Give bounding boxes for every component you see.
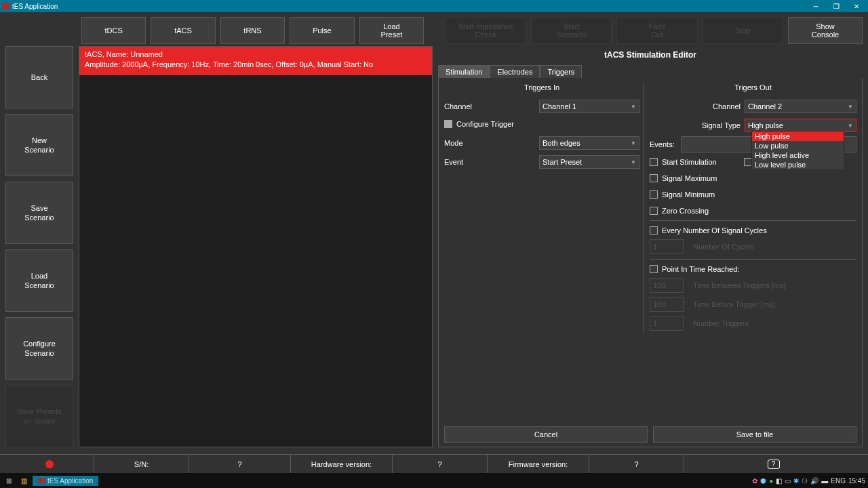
bluetooth-icon[interactable]: ✱ — [793, 477, 799, 485]
signal-type-select[interactable]: High pulse▼ — [745, 119, 856, 132]
back-button[interactable]: Back — [5, 46, 73, 108]
preset-line2: Amplitude: 2000µA, Frequency: 10Hz, Time… — [85, 60, 427, 70]
lang-indicator[interactable]: ENG — [831, 477, 846, 485]
start-menu-icon[interactable]: ⊞ — [3, 475, 15, 486]
help-icon[interactable]: ? — [768, 460, 780, 469]
triggers-in-column: Triggers In Channel Channel 1▼ Configure… — [444, 83, 644, 333]
tray-icon[interactable]: ⬢ — [760, 477, 766, 485]
time-between-label: Time Between Triggers [ms] — [693, 281, 786, 289]
signal-max-label: Signal Maximum — [662, 174, 717, 182]
tab-stimulation[interactable]: Stimulation — [438, 65, 490, 78]
fw-label: Firmware version: — [509, 460, 568, 468]
time-between-input[interactable] — [650, 278, 684, 293]
hw-label: Hardware version: — [311, 460, 372, 468]
left-sidebar: Back New Scenario Save Scenario Load Sce… — [5, 46, 73, 447]
triggers-out-column: Trigers Out Channel Channel 2▼ Signal Ty… — [644, 83, 856, 333]
new-scenario-button[interactable]: New Scenario — [5, 114, 73, 176]
tacs-button[interactable]: tACS — [151, 17, 215, 44]
taskbar-app[interactable]: tES Application — [33, 476, 98, 486]
dd-option-high-level[interactable]: High level active — [752, 150, 844, 160]
configure-trigger-checkbox[interactable] — [444, 120, 452, 128]
point-in-time-checkbox[interactable] — [650, 265, 658, 273]
tray-icon[interactable]: ✿ — [752, 477, 757, 485]
event-select[interactable]: Start Preset▼ — [539, 155, 639, 169]
sn-value: ? — [237, 460, 241, 468]
num-cycles-input[interactable] — [650, 239, 684, 254]
time-before-input[interactable] — [650, 297, 684, 312]
wifi-icon[interactable]: ⚆ — [802, 477, 808, 485]
chevron-down-icon: ▼ — [848, 104, 853, 110]
zero-crossing-label: Zero Crossing — [662, 207, 709, 215]
time-before-label: Time Before Trigger [ms] — [693, 300, 775, 308]
start-impedance-button: Start Impedance Check — [445, 17, 526, 44]
configure-trigger-label: Configure Trigger — [456, 120, 514, 128]
channel-in-select[interactable]: Channel 1▼ — [539, 100, 639, 113]
start-stim-label: Start Stimulation — [662, 158, 717, 166]
dd-option-low-pulse[interactable]: Low pulse — [752, 141, 844, 150]
chevron-down-icon: ▼ — [631, 104, 636, 110]
trns-button[interactable]: tRNS — [220, 17, 285, 44]
tray-icon[interactable]: ▭ — [785, 477, 791, 485]
stop-button: Stop — [703, 17, 783, 44]
tdcs-button[interactable]: tDCS — [81, 17, 146, 44]
minimize-button[interactable]: ─ — [806, 1, 826, 12]
record-indicator-icon — [45, 460, 54, 468]
event-label: Event — [444, 158, 539, 166]
load-scenario-button[interactable]: Load Scenario — [5, 249, 73, 312]
preset-line1: tACS, Name: Unnamed — [85, 49, 427, 60]
file-explorer-icon[interactable]: ▥ — [18, 475, 30, 486]
signal-max-checkbox[interactable] — [650, 174, 658, 182]
mode-label: Mode — [444, 139, 539, 147]
start-stim-checkbox[interactable] — [650, 158, 658, 166]
channel-in-label: Channel — [444, 102, 539, 110]
num-triggers-input[interactable] — [650, 316, 684, 331]
chevron-down-icon: ▼ — [631, 140, 636, 146]
stimulation-editor-panel: tACS Stimulation Editor Stimulation Elec… — [438, 46, 863, 447]
every-cycles-label: Every Number Of Signal Cycles — [662, 226, 767, 235]
system-tray[interactable]: ✿ ⬢ ● ◧ ▭ ✱ ⚆ 🔊 ▬ ENG 15:45 — [752, 477, 865, 485]
every-cycles-checkbox[interactable] — [650, 226, 658, 235]
channel-out-label: Channel — [650, 102, 745, 110]
hw-value: ? — [437, 460, 441, 468]
volume-icon[interactable]: 🔊 — [810, 477, 818, 485]
preset-item-selected[interactable]: tACS, Name: Unnamed Amplitude: 2000µA, F… — [79, 47, 432, 75]
save-scenario-button[interactable]: Save Scenario — [5, 182, 73, 244]
app-title: tES Application — [12, 3, 58, 10]
fade-out-button: Fade Out — [616, 17, 697, 44]
triggers-out-title: Trigers Out — [650, 83, 856, 92]
save-to-file-button[interactable]: Save to file — [653, 426, 856, 443]
chevron-down-icon: ▼ — [848, 123, 853, 129]
dd-option-high-pulse[interactable]: High pulse — [752, 131, 844, 141]
app-icon — [1, 3, 9, 9]
configure-scenario-button[interactable]: Configure Scenario — [5, 317, 73, 380]
tray-icon[interactable]: ● — [769, 477, 773, 485]
triggers-in-title: Triggers In — [444, 83, 639, 92]
signal-type-label: Signal Type — [650, 121, 745, 129]
load-preset-button[interactable]: Load Preset — [359, 17, 425, 44]
save-presets-device-button: Save Presets on device — [5, 385, 73, 447]
dd-option-low-level[interactable]: Low level pulse — [752, 160, 844, 169]
events-label: Events: — [650, 140, 681, 148]
clock[interactable]: 15:45 — [848, 477, 865, 485]
cancel-button[interactable]: Cancel — [444, 426, 648, 443]
mode-select[interactable]: Both edges▼ — [539, 136, 639, 150]
show-console-button[interactable]: Show Console — [788, 17, 863, 44]
battery-icon[interactable]: ▬ — [821, 477, 828, 485]
tab-triggers[interactable]: Triggers — [540, 65, 582, 78]
maximize-button[interactable]: ❐ — [826, 1, 846, 12]
signal-min-checkbox[interactable] — [650, 190, 658, 199]
chevron-down-icon: ▼ — [631, 159, 636, 165]
window-titlebar: tES Application ─ ❐ ✕ — [0, 0, 868, 12]
close-button[interactable]: ✕ — [846, 1, 867, 12]
channel-out-select[interactable]: Channel 2▼ — [745, 100, 856, 113]
tray-icon[interactable]: ◧ — [776, 477, 782, 485]
point-in-time-label: Point In Time Reached: — [662, 265, 739, 273]
windows-taskbar: ⊞ ▥ tES Application ✿ ⬢ ● ◧ ▭ ✱ ⚆ 🔊 ▬ EN… — [0, 473, 868, 488]
signal-type-dropdown[interactable]: High pulse Low pulse High level active L… — [751, 131, 844, 170]
zero-crossing-checkbox[interactable] — [650, 207, 658, 215]
num-cycles-label: Number Of Cycles — [693, 243, 754, 251]
signal-min-label: Signal Minimum — [662, 190, 715, 199]
pulse-button[interactable]: Pulse — [290, 17, 354, 44]
tab-electrodes[interactable]: Electrodes — [490, 65, 540, 78]
start-scenario-button: Start Scenario — [531, 17, 612, 44]
